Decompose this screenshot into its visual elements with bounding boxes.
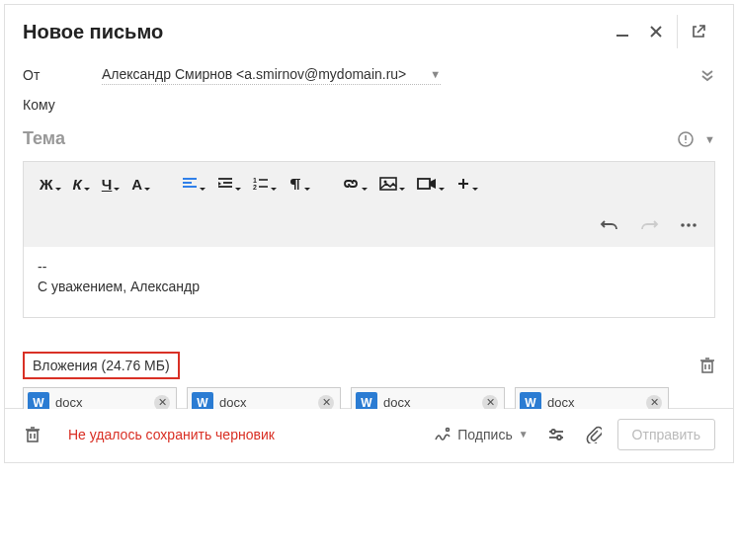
attachment-filename: docx [547, 395, 640, 409]
attachment-filename: docx [219, 395, 312, 409]
compose-title: Новое письмо [23, 21, 606, 43]
attachment-item[interactable]: W docx ✕ [515, 387, 669, 409]
compose-window: Новое письмо От Александр Смирнов <a.smi… [4, 4, 734, 463]
signature-dropdown[interactable]: Подпись ▼ [430, 423, 532, 446]
underline-button[interactable]: Ч [98, 172, 124, 196]
attachment-item[interactable]: W docx ✕ [23, 387, 177, 409]
remove-attachment-button[interactable]: ✕ [154, 395, 170, 409]
indent-button[interactable] [213, 172, 245, 196]
image-button[interactable] [375, 172, 409, 196]
svg-point-39 [557, 436, 561, 440]
insert-more-button[interactable] [452, 172, 482, 196]
remove-attachment-button[interactable]: ✕ [646, 395, 662, 409]
from-dropdown[interactable]: Александр Смирнов <a.smirnov@mydomain.ru… [102, 64, 441, 85]
link-button[interactable] [338, 172, 371, 196]
compose-footer: Не удалось сохранить черновик Подпись ▼ … [5, 409, 733, 462]
from-label: От [23, 67, 102, 83]
word-doc-icon: W [356, 392, 377, 409]
delete-all-attachments-button[interactable] [699, 357, 715, 374]
to-label: Кому [23, 97, 102, 113]
video-button[interactable] [413, 172, 449, 196]
attachments-header: Вложения (24.76 МБ) [5, 318, 733, 387]
subject-input[interactable]: Тема [23, 128, 677, 149]
word-doc-icon: W [192, 392, 213, 409]
format-toolbar: Ж К Ч A 12 [24, 162, 714, 205]
list-button[interactable]: 12 [249, 172, 281, 196]
svg-point-5 [685, 141, 687, 143]
priority-icon[interactable] [677, 130, 695, 148]
message-body[interactable]: -- С уважением, Александр [24, 247, 714, 317]
attachments-label: Вложения (24.76 МБ) [23, 352, 180, 379]
italic-button[interactable]: К [69, 172, 94, 196]
header-divider [677, 15, 678, 48]
to-row[interactable]: Кому [5, 91, 733, 119]
subject-row: Тема ▼ [5, 119, 733, 161]
remove-attachment-button[interactable]: ✕ [318, 395, 334, 409]
draft-error-message: Не удалось сохранить черновик [68, 427, 275, 442]
word-doc-icon: W [28, 392, 49, 409]
expand-recipients-button[interactable] [699, 67, 715, 83]
subject-more-caret[interactable]: ▼ [704, 133, 715, 145]
signature-dropdown-label: Подпись [457, 427, 512, 442]
svg-rect-18 [418, 179, 430, 189]
word-doc-icon: W [520, 392, 541, 409]
svg-point-24 [693, 223, 697, 227]
attachment-filename: docx [55, 395, 148, 409]
attachments-list: W docx ✕W docx ✕W docx ✕W docx ✕ [5, 387, 733, 409]
svg-point-23 [687, 223, 691, 227]
more-options-button[interactable] [675, 213, 702, 237]
discard-button[interactable] [19, 421, 46, 448]
signature-icon [434, 427, 451, 442]
attachment-item[interactable]: W docx ✕ [351, 387, 505, 409]
from-row: От Александр Смирнов <a.smirnov@mydomain… [5, 58, 733, 91]
attachment-filename: docx [383, 395, 476, 409]
close-button[interactable] [639, 15, 673, 48]
signature-text: С уважением, Александр [38, 277, 700, 296]
editor-actions [24, 205, 714, 247]
svg-rect-25 [702, 361, 712, 372]
font-button[interactable]: A [127, 172, 154, 196]
svg-text:2: 2 [253, 184, 257, 191]
editor: Ж К Ч A 12 [23, 161, 715, 318]
caret-down-icon: ▼ [430, 68, 441, 80]
caret-down-icon: ▼ [519, 429, 529, 440]
bold-button[interactable]: Ж [36, 172, 65, 196]
align-left-button[interactable] [178, 172, 209, 196]
signature-separator: -- [38, 257, 700, 277]
compose-header: Новое письмо [5, 5, 733, 58]
send-button[interactable]: Отправить [617, 419, 715, 450]
attachment-item[interactable]: W docx ✕ [187, 387, 341, 409]
attach-button[interactable] [580, 421, 608, 448]
svg-point-35 [447, 428, 450, 431]
redo-button[interactable] [635, 213, 663, 237]
settings-button[interactable] [542, 421, 570, 448]
svg-text:1: 1 [253, 177, 257, 184]
remove-attachment-button[interactable]: ✕ [482, 395, 498, 409]
svg-rect-30 [28, 431, 38, 441]
undo-button[interactable] [596, 213, 623, 237]
paragraph-button[interactable] [285, 172, 314, 196]
svg-point-37 [551, 430, 555, 434]
popout-button[interactable] [682, 15, 715, 48]
svg-point-22 [681, 223, 685, 227]
from-value-text: Александр Смирнов <a.smirnov@mydomain.ru… [102, 66, 406, 82]
minimize-button[interactable] [606, 15, 639, 48]
